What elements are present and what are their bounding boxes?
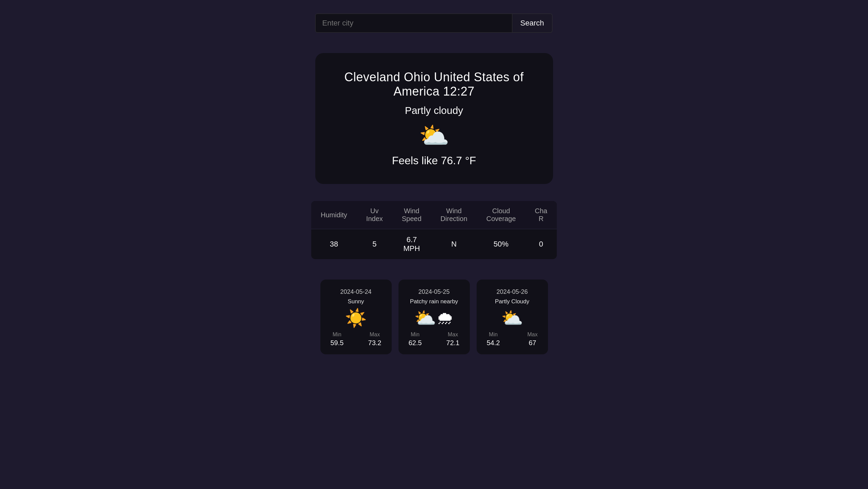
forecast-min-0: Min 59.5 xyxy=(331,332,344,347)
forecast-minmax-2: Min 54.2 Max 67 xyxy=(487,332,538,347)
min-value-1: 62.5 xyxy=(409,339,422,347)
col-header-uv: Uv Index xyxy=(357,201,392,229)
stat-cha: 0 xyxy=(525,229,557,259)
max-value-1: 72.1 xyxy=(446,339,460,347)
min-value-0: 59.5 xyxy=(331,339,344,347)
forecast-card-2: 2024-05-26 Partly Cloudy ⛅ Min 54.2 Max … xyxy=(477,280,548,354)
forecast-condition-0: Sunny xyxy=(331,298,382,305)
col-header-humidity: Humidity xyxy=(311,201,357,229)
min-label-2: Min xyxy=(487,332,500,338)
page-container: Search Cleveland Ohio United States of A… xyxy=(0,0,868,354)
stat-wind-dir: N xyxy=(431,229,477,259)
forecast-min-2: Min 54.2 xyxy=(487,332,500,347)
weather-icon: ⛅ xyxy=(342,123,526,148)
forecast-card-0: 2024-05-24 Sunny ☀️ Min 59.5 Max 73.2 xyxy=(320,280,392,354)
max-label-1: Max xyxy=(446,332,460,338)
max-value-2: 67 xyxy=(527,339,537,347)
forecast-minmax-0: Min 59.5 Max 73.2 xyxy=(331,332,382,347)
col-header-cha: Cha R xyxy=(525,201,557,229)
stat-cloud: 50% xyxy=(477,229,526,259)
forecast-date-2: 2024-05-26 xyxy=(487,288,538,296)
forecast-max-0: Max 73.2 xyxy=(368,332,382,347)
search-button[interactable]: Search xyxy=(512,14,553,33)
forecast-card-1: 2024-05-25 Patchy rain nearby ⛅🌧 Min 62.… xyxy=(398,280,470,354)
stats-table: Humidity Uv Index Wind Speed Wind Direct… xyxy=(311,201,557,259)
forecast-minmax-1: Min 62.5 Max 72.1 xyxy=(409,332,460,347)
forecast-min-1: Min 62.5 xyxy=(409,332,422,347)
search-bar: Search xyxy=(315,14,553,33)
max-label-2: Max xyxy=(527,332,537,338)
search-input[interactable] xyxy=(315,14,512,33)
forecast-date-0: 2024-05-24 xyxy=(331,288,382,296)
forecast-date-1: 2024-05-25 xyxy=(409,288,460,296)
forecast-row: 2024-05-24 Sunny ☀️ Min 59.5 Max 73.2 20… xyxy=(315,280,553,354)
min-value-2: 54.2 xyxy=(487,339,500,347)
stat-wind-speed: 6.7 MPH xyxy=(392,229,431,259)
current-weather-card: Cleveland Ohio United States of America … xyxy=(315,53,553,184)
forecast-condition-1: Patchy rain nearby xyxy=(409,298,460,305)
stat-humidity: 38 xyxy=(311,229,357,259)
forecast-icon-2: ⛅ xyxy=(487,309,538,327)
forecast-max-1: Max 72.1 xyxy=(446,332,460,347)
max-label-0: Max xyxy=(368,332,382,338)
city-time: Cleveland Ohio United States of America … xyxy=(342,70,526,99)
forecast-max-2: Max 67 xyxy=(527,332,537,347)
min-label-1: Min xyxy=(409,332,422,338)
min-label-0: Min xyxy=(331,332,344,338)
forecast-icon-1: ⛅🌧 xyxy=(409,309,460,327)
stat-uv: 5 xyxy=(357,229,392,259)
col-header-wind-dir: Wind Direction xyxy=(431,201,477,229)
forecast-icon-0: ☀️ xyxy=(331,309,382,327)
forecast-condition-2: Partly Cloudy xyxy=(487,298,538,305)
col-header-cloud: Cloud Coverage xyxy=(477,201,526,229)
feels-like: Feels like 76.7 °F xyxy=(342,154,526,167)
col-header-wind-speed: Wind Speed xyxy=(392,201,431,229)
weather-condition: Partly cloudy xyxy=(342,105,526,116)
max-value-0: 73.2 xyxy=(368,339,382,347)
